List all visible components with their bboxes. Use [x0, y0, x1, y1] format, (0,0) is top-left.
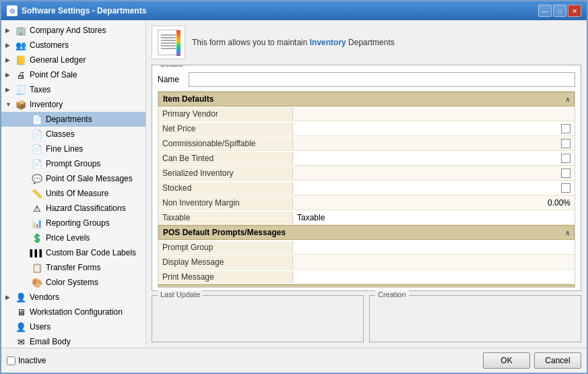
sidebar-item-units-of-measure[interactable]: 📏 Units Of Measure — [1, 186, 145, 201]
header-suffix: Departments — [346, 38, 395, 47]
sidebar-item-reporting-groups[interactable]: 📊 Reporting Groups — [1, 216, 145, 230]
item-defaults-label: Item Defaults — [163, 94, 214, 104]
item-defaults-header: Item Defaults ∧ — [158, 92, 575, 106]
sidebar-item-transfer-forms[interactable]: 📋 Transfer Forms — [1, 260, 145, 275]
sidebar-item-inventory[interactable]: ▼ 📦 Inventory — [1, 97, 145, 112]
field-prompt-group: Prompt Group — [158, 240, 575, 255]
close-button[interactable]: ✕ — [568, 5, 581, 17]
inactive-label: Inactive — [18, 356, 46, 365]
field-stocked: Stocked — [158, 181, 575, 195]
transfer-icon: 📋 — [31, 261, 43, 274]
sidebar-item-pos-messages[interactable]: 💬 Point Of Sale Messages — [1, 171, 145, 186]
sidebar-item-custom-bar-code[interactable]: ▌▌▌ Custom Bar Code Labels — [1, 245, 145, 260]
fields-scroll-area[interactable]: Item Defaults ∧ Primary Vendor Net Price — [158, 91, 575, 288]
sidebar-item-hazard[interactable]: ⚠ Hazard Classifications — [1, 201, 145, 216]
sidebar-label-company: Company And Stores — [30, 26, 106, 35]
sidebar-label-vendors: Vendors — [30, 292, 59, 302]
sidebar-item-point-of-sale[interactable]: ▶ 🖨 Point Of Sale — [1, 67, 145, 82]
inactive-check: Inactive — [7, 356, 46, 365]
field-serialized: Serialized Inventory — [158, 166, 575, 181]
serialized-label: Serialized Inventory — [158, 167, 293, 179]
can-be-tinted-checkbox[interactable] — [561, 154, 570, 163]
vendors-icon: 👤 — [15, 291, 27, 303]
sidebar: ▶ 🏢 Company And Stores ▶ 👥 Customers ▶ 📒… — [1, 20, 146, 348]
sidebar-item-departments[interactable]: 📄 Departments — [1, 112, 145, 127]
creation-group: Creation — [369, 295, 581, 342]
sidebar-label-fine-lines: Fine Lines — [46, 144, 83, 154]
fine-lines-icon: 📄 — [31, 143, 43, 155]
sidebar-item-email[interactable]: ✉ Email Body — [1, 334, 145, 348]
sidebar-label-transfer: Transfer Forms — [46, 263, 101, 272]
sidebar-item-color-systems[interactable]: 🎨 Color Systems — [1, 275, 145, 290]
taxable-label: Taxable — [158, 212, 293, 224]
general-ledger-section-label: General Ledger — [163, 287, 222, 288]
net-price-value — [293, 123, 575, 135]
pos-defaults-label: POS Default Prompts/Messages — [163, 228, 286, 237]
sidebar-item-company[interactable]: ▶ 🏢 Company And Stores — [1, 23, 145, 38]
sidebar-label-general-ledger: General Ledger — [30, 55, 86, 65]
field-display-message: Display Message — [158, 255, 575, 270]
sidebar-label-hazard: Hazard Classifications — [46, 204, 126, 213]
sidebar-item-general-ledger[interactable]: ▶ 📒 General Ledger — [1, 53, 145, 67]
header-area: This form allows you to maintain Invento… — [152, 26, 581, 59]
inventory-icon: 📦 — [15, 98, 27, 111]
field-commissionable: Commissionable/Spiffable — [158, 136, 575, 151]
app-icon: ⚙ — [7, 5, 18, 16]
taxable-value: Taxable — [293, 212, 575, 224]
can-be-tinted-value — [293, 152, 575, 164]
general-ledger-header: General Ledger ∨ — [158, 284, 575, 288]
sidebar-label-reporting: Reporting Groups — [46, 218, 110, 228]
field-print-message: Print Message — [158, 270, 575, 284]
bottom-area: Last Update Creation — [152, 295, 581, 342]
color-strip-decoration — [176, 30, 181, 56]
expand-arrow-taxes: ▶ — [5, 86, 13, 93]
sidebar-label-classes: Classes — [46, 129, 75, 139]
field-taxable: Taxable Taxable — [158, 210, 575, 225]
sidebar-item-users[interactable]: 👤 Users — [1, 319, 145, 334]
sidebar-item-vendors[interactable]: ▶ 👤 Vendors — [1, 290, 145, 305]
name-row: Name — [158, 72, 575, 87]
name-input[interactable] — [189, 72, 575, 87]
minimize-button[interactable]: — — [538, 5, 552, 17]
sidebar-label-email: Email Body — [30, 337, 71, 346]
expand-arrow-general-ledger: ▶ — [5, 57, 13, 63]
prompt-groups-icon: 📄 — [31, 158, 43, 170]
sidebar-item-prompt-groups[interactable]: 📄 Prompt Groups — [1, 156, 145, 171]
header-highlight: Inventory — [310, 38, 346, 47]
sidebar-item-taxes[interactable]: ▶ 🧾 Taxes — [1, 82, 145, 97]
inactive-checkbox[interactable] — [7, 356, 15, 365]
barcode-icon: ▌▌▌ — [31, 247, 43, 259]
details-group: Details Name Item Defaults ∧ — [152, 65, 581, 291]
classes-icon: 📄 — [31, 128, 43, 140]
sidebar-item-customers[interactable]: ▶ 👥 Customers — [1, 38, 145, 53]
stocked-checkbox[interactable] — [561, 183, 570, 193]
last-update-group: Last Update — [152, 295, 364, 342]
field-net-price: Net Price — [158, 121, 575, 136]
sidebar-label-prompt-groups: Prompt Groups — [46, 159, 100, 168]
company-icon: 🏢 — [15, 24, 27, 36]
maximize-button[interactable]: □ — [553, 5, 566, 17]
sidebar-label-inventory: Inventory — [30, 100, 63, 109]
users-icon: 👤 — [15, 321, 27, 333]
sidebar-item-price-levels[interactable]: 💲 Price Levels — [1, 230, 145, 245]
sidebar-item-workstation[interactable]: 🖥 Workstation Configuration — [1, 305, 145, 319]
hazard-icon: ⚠ — [31, 202, 43, 214]
commissionable-checkbox[interactable] — [561, 139, 570, 148]
sidebar-item-classes[interactable]: 📄 Classes — [1, 127, 145, 142]
point-of-sale-icon: 🖨 — [15, 69, 27, 81]
expand-arrow-vendors: ▶ — [5, 294, 13, 301]
sidebar-label-users: Users — [30, 322, 51, 332]
net-price-checkbox[interactable] — [561, 124, 570, 133]
expand-arrow-inventory: ▼ — [5, 101, 13, 108]
serialized-checkbox[interactable] — [561, 168, 570, 178]
ok-button[interactable]: OK — [483, 352, 530, 369]
sidebar-item-fine-lines[interactable]: 📄 Fine Lines — [1, 142, 145, 156]
creation-legend: Creation — [375, 290, 409, 299]
departments-icon: 📄 — [31, 113, 43, 125]
sidebar-label-point-of-sale: Point Of Sale — [30, 70, 77, 80]
stocked-label: Stocked — [158, 182, 293, 194]
prompt-group-value — [293, 246, 575, 249]
title-bar: ⚙ Software Settings - Departments — □ ✕ — [1, 1, 587, 20]
cancel-button[interactable]: Cancel — [534, 352, 581, 369]
commissionable-label: Commissionable/Spiffable — [158, 137, 293, 150]
